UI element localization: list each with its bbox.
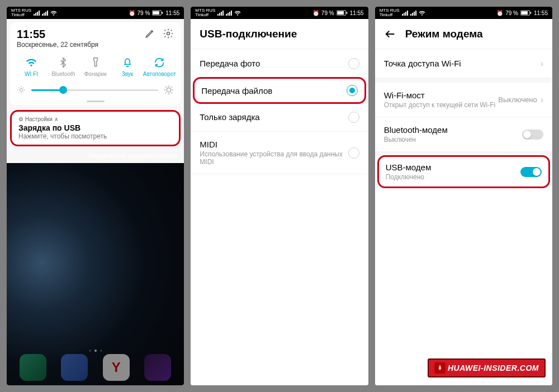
usb-option[interactable]: Передача файлов — [193, 77, 366, 104]
brightness-slider[interactable] — [17, 85, 174, 97]
svg-rect-1 — [153, 11, 160, 15]
dock-phone[interactable] — [20, 354, 46, 381]
usb-header: USB-подключение — [191, 19, 368, 49]
modem-header: Режим модема — [375, 19, 552, 49]
svg-line-19 — [172, 93, 173, 94]
toggle-wifi[interactable]: WI FI — [17, 56, 46, 77]
toggle-torch[interactable]: Фонарик — [81, 56, 110, 77]
chevron-right-icon: › — [541, 59, 543, 69]
svg-line-10 — [23, 92, 23, 92]
back-icon[interactable] — [384, 28, 396, 40]
modem-option[interactable]: Wi-Fi-мостОткрыт доступ к текущей сети W… — [375, 83, 552, 117]
svg-rect-2 — [162, 12, 163, 13]
edit-icon[interactable] — [145, 28, 155, 39]
status-bar: MTS RUSTinkoff ⏰79 % 11:55 — [375, 7, 552, 19]
radio[interactable] — [348, 58, 359, 69]
phone-1: MTS RUSTinkoff ⏰79 % 11:55 11:55 Воскрес… — [7, 7, 184, 385]
dock: Y — [7, 354, 184, 381]
watermark-badge: HUAWEI-INSIDER.COM — [428, 358, 546, 377]
gear-icon[interactable] — [163, 28, 174, 39]
svg-rect-23 — [337, 11, 344, 15]
svg-line-11 — [18, 92, 19, 92]
battery-icon — [152, 10, 163, 16]
dock-messages[interactable] — [61, 354, 88, 381]
modem-option[interactable]: Точка доступа Wi-Fi› — [375, 49, 552, 78]
toggle-bt[interactable]: Bluetooth — [49, 56, 78, 77]
radio[interactable] — [348, 112, 359, 123]
qs-date: Воскресенье, 22 сентября — [17, 41, 98, 49]
svg-line-20 — [165, 93, 167, 94]
toggle-switch[interactable] — [522, 130, 543, 140]
modem-option[interactable]: USB-модемПодключено — [377, 155, 550, 188]
toggle-bell[interactable]: Звук — [113, 56, 142, 77]
svg-point-13 — [167, 88, 172, 92]
status-bar: MTS RUSTinkoff ⏰79 % 11:55 — [191, 7, 368, 19]
svg-point-4 — [20, 88, 22, 91]
svg-rect-24 — [346, 12, 347, 13]
wallpaper: Y — [7, 163, 184, 385]
dock-yandex[interactable]: Y — [103, 354, 130, 381]
svg-line-21 — [172, 87, 173, 88]
radio[interactable] — [347, 85, 358, 96]
usb-option[interactable]: MIDIИспользование устройства для ввода д… — [191, 132, 368, 174]
chevron-right-icon: › — [541, 95, 543, 105]
qs-time: 11:55 — [17, 28, 98, 41]
svg-point-3 — [167, 32, 170, 35]
svg-rect-27 — [530, 12, 531, 13]
phone-2: MTS RUSTinkoff ⏰79 % 11:55 USB-подключен… — [191, 7, 368, 385]
manage-notifications[interactable]: Управление уведомлениями — [7, 149, 184, 163]
dock-camera[interactable] — [144, 354, 171, 381]
svg-line-12 — [23, 87, 23, 88]
phone-3: MTS RUSTinkoff ⏰79 % 11:55 Режим модема … — [375, 7, 552, 385]
svg-line-9 — [18, 87, 19, 88]
usb-option[interactable]: Только зарядка — [191, 103, 368, 132]
modem-option[interactable]: Bluetooth-модемВыключен — [375, 117, 552, 152]
usb-notification[interactable]: ⚙ Настройки ∧ Зарядка по USB Нажмите, чт… — [10, 110, 181, 146]
status-bar: MTS RUSTinkoff ⏰79 % 11:55 — [7, 7, 184, 19]
svg-line-18 — [165, 87, 167, 88]
toggle-rotate[interactable]: Автоповорот — [145, 56, 174, 77]
radio[interactable] — [348, 147, 359, 159]
wifi-icon — [50, 10, 57, 16]
svg-rect-26 — [521, 11, 528, 15]
usb-option[interactable]: Передача фото — [191, 49, 368, 78]
toggle-switch[interactable] — [520, 167, 542, 177]
quick-settings-panel: 11:55 Воскресенье, 22 сентября WI FIBlue… — [10, 22, 181, 106]
